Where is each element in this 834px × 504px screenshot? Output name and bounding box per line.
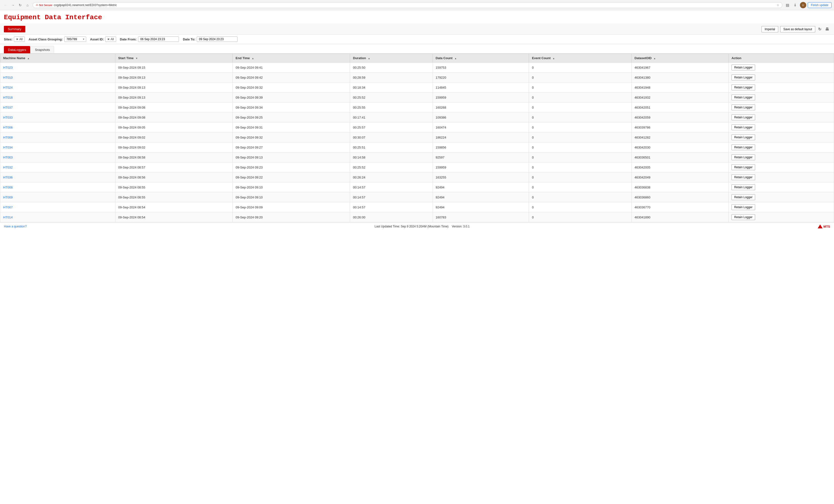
back-button[interactable]: ← — [2, 2, 9, 8]
col-event-count[interactable]: Event Count ▲ — [529, 54, 632, 63]
cell-end: 09-Sep-2024 09:10 — [233, 182, 350, 192]
forward-button[interactable]: → — [10, 2, 16, 8]
date-from-label: Date From: — [120, 38, 137, 41]
cell-start: 09-Sep-2024 08:56 — [115, 172, 233, 182]
cell-data-count: 92494 — [433, 202, 529, 212]
retain-logger-button[interactable]: Retain Logger — [731, 204, 755, 210]
top-bar: Summary Imperial Save as default layout … — [0, 24, 834, 35]
tab-dataloggers[interactable]: DataLoggers — [4, 46, 30, 53]
asset-id-x-icon[interactable]: ✖ — [107, 38, 110, 41]
cell-data-count: 186224 — [433, 132, 529, 143]
cell-data-count: 163255 — [433, 172, 529, 182]
mts-logo-icon — [818, 224, 822, 228]
sites-x-icon[interactable]: ✖ — [16, 38, 18, 41]
machine-link[interactable]: HT014 — [3, 216, 13, 219]
tab-snapshots[interactable]: Snapshots — [31, 46, 54, 53]
machine-link[interactable]: HT023 — [3, 66, 13, 69]
cell-machine: HT003 — [0, 152, 115, 162]
address-bar[interactable]: ⚠ Not Secure cogdpap0241.newmont.net/EDI… — [32, 2, 783, 8]
retain-logger-button[interactable]: Retain Logger — [731, 114, 755, 120]
retain-logger-button[interactable]: Retain Logger — [731, 194, 755, 200]
col-dataset-oid[interactable]: DatasetOID ▲ — [632, 54, 728, 63]
retain-logger-button[interactable]: Retain Logger — [731, 145, 755, 150]
star-icon[interactable]: ☆ — [776, 3, 779, 7]
cell-end: 09-Sep-2024 09:20 — [233, 212, 350, 222]
avatar[interactable]: U — [800, 2, 806, 8]
cell-start: 09-Sep-2024 08:55 — [115, 182, 233, 192]
date-to-input[interactable] — [197, 37, 238, 42]
col-start-time[interactable]: Start Time ▼ — [115, 54, 233, 63]
machine-link[interactable]: HT007 — [3, 205, 13, 209]
machine-link[interactable]: HT018 — [3, 96, 13, 99]
finish-update-button[interactable]: Finish update — [808, 2, 832, 8]
retain-logger-button[interactable]: Retain Logger — [731, 184, 755, 190]
date-from-input[interactable] — [138, 37, 179, 42]
cell-action: Retain Logger — [728, 83, 834, 92]
retain-logger-button[interactable]: Retain Logger — [731, 174, 755, 180]
retain-logger-button[interactable]: Retain Logger — [731, 105, 755, 110]
retain-logger-button[interactable]: Retain Logger — [731, 94, 755, 100]
retain-logger-button[interactable]: Retain Logger — [731, 134, 755, 140]
table-row: HT009 09-Sep-2024 08:55 09-Sep-2024 09:1… — [0, 192, 834, 202]
machine-link[interactable]: HT006 — [3, 126, 13, 129]
machine-link[interactable]: HT037 — [3, 106, 13, 109]
col-machine-name[interactable]: Machine Name ▲ — [0, 54, 115, 63]
asset-id-tag[interactable]: ✖ All — [105, 37, 116, 42]
machine-link[interactable]: HT034 — [3, 146, 13, 149]
machine-link[interactable]: HT033 — [3, 116, 13, 119]
retain-logger-button[interactable]: Retain Logger — [731, 65, 755, 70]
cell-end: 09-Sep-2024 09:41 — [233, 63, 350, 72]
cell-end: 09-Sep-2024 09:32 — [233, 83, 350, 92]
cell-machine: HT034 — [0, 143, 115, 152]
cell-event-count: 0 — [529, 162, 632, 172]
mts-logo: MTS — [818, 224, 830, 228]
reload-button[interactable]: ↻ — [17, 2, 23, 8]
cell-machine: HT033 — [0, 112, 115, 123]
cell-data-count: 159959 — [433, 162, 529, 172]
summary-button[interactable]: Summary — [4, 26, 25, 32]
tabs: DataLoggers Snapshots — [0, 44, 834, 53]
machine-link[interactable]: HT024 — [3, 86, 13, 89]
lock-icon: ⚠ — [36, 3, 38, 6]
machine-link[interactable]: HT036 — [3, 176, 13, 179]
cell-machine: HT007 — [0, 202, 115, 212]
extensions-button[interactable]: ▤ — [784, 2, 791, 8]
retain-logger-button[interactable]: Retain Logger — [731, 165, 755, 170]
machine-link[interactable]: HT009 — [3, 196, 13, 199]
machine-link[interactable]: HT032 — [3, 166, 13, 169]
col-duration[interactable]: Duration ▲ — [350, 54, 433, 63]
retain-logger-button[interactable]: Retain Logger — [731, 214, 755, 220]
cell-end: 09-Sep-2024 09:34 — [233, 103, 350, 112]
asset-class-select[interactable]: 785/789 — [64, 37, 86, 42]
refresh-button[interactable]: ↻ — [817, 26, 822, 32]
download-button[interactable]: ⇓ — [792, 2, 798, 8]
retain-logger-button[interactable]: Retain Logger — [731, 85, 755, 90]
table-row: HT018 09-Sep-2024 09:13 09-Sep-2024 09:3… — [0, 92, 834, 103]
cell-machine: HT009 — [0, 192, 115, 202]
machine-link[interactable]: HT003 — [3, 156, 13, 159]
retain-logger-button[interactable]: Retain Logger — [731, 74, 755, 80]
asset-class-select-wrapper[interactable]: 785/789 — [64, 37, 86, 42]
machine-link[interactable]: HT008 — [3, 185, 13, 189]
save-layout-button[interactable]: Save as default layout — [780, 26, 815, 32]
machine-link[interactable]: HT008 — [3, 136, 13, 139]
date-from-filter: Date From: — [120, 37, 179, 42]
retain-logger-button[interactable]: Retain Logger — [731, 125, 755, 130]
col-data-count[interactable]: Data Count ▲ — [433, 54, 529, 63]
sites-tag[interactable]: ✖ All — [14, 37, 25, 42]
date-to-label: Date To: — [183, 38, 195, 41]
print-button[interactable]: 🖶 — [824, 26, 830, 32]
home-button[interactable]: ⌂ — [24, 2, 31, 8]
cell-duration: 00:26:24 — [350, 172, 433, 182]
table-row: HT003 09-Sep-2024 08:58 09-Sep-2024 09:1… — [0, 152, 834, 162]
cell-start: 09-Sep-2024 09:13 — [115, 72, 233, 83]
cell-duration: 00:26:00 — [350, 212, 433, 222]
cell-start: 09-Sep-2024 08:54 — [115, 212, 233, 222]
machine-link[interactable]: HT010 — [3, 76, 13, 79]
imperial-button[interactable]: Imperial — [762, 26, 778, 32]
col-end-time[interactable]: End Time ▲ — [233, 54, 350, 63]
retain-logger-button[interactable]: Retain Logger — [731, 154, 755, 160]
question-link[interactable]: Have a question? — [4, 225, 26, 228]
cell-end: 09-Sep-2024 09:22 — [233, 172, 350, 182]
cell-dataset-oid: 463036838 — [632, 182, 728, 192]
